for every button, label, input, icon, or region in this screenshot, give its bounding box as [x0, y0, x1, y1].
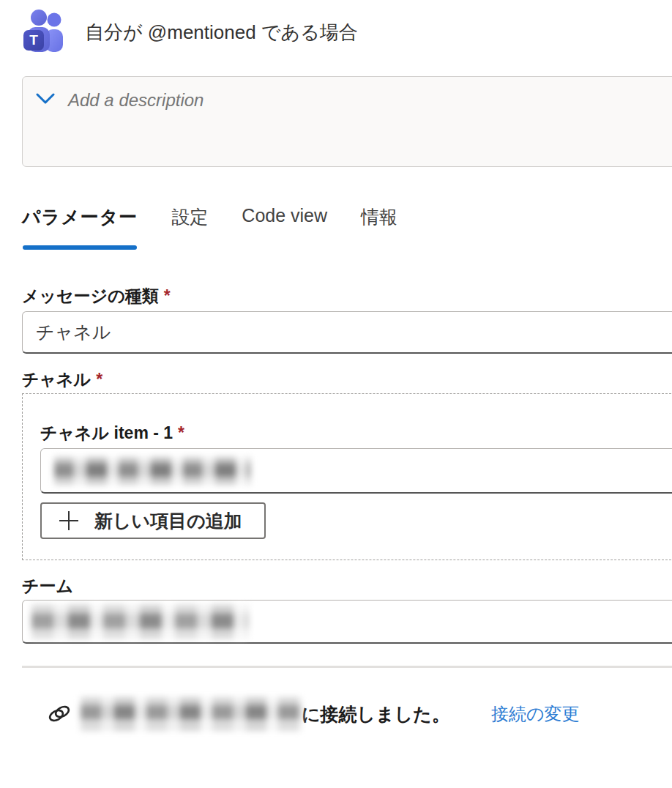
- team-input[interactable]: [22, 600, 672, 644]
- redacted-connection-name: [81, 697, 302, 731]
- teams-icon: T: [20, 8, 66, 56]
- required-asterisk: *: [96, 370, 102, 389]
- link-icon: [47, 702, 72, 726]
- required-asterisk: *: [164, 286, 171, 305]
- add-new-item-button[interactable]: 新しい項目の追加: [40, 502, 266, 539]
- connection-status: に接続しました。: [81, 697, 450, 731]
- team-label: チーム: [22, 576, 672, 595]
- tab-bar: パラメーター 設定 Code view 情報: [22, 205, 672, 250]
- redacted-team-value: [31, 605, 248, 639]
- message-type-input[interactable]: チャネル: [22, 311, 672, 354]
- page-title: 自分が @mentioned である場合: [85, 20, 358, 45]
- change-connection-link[interactable]: 接続の変更: [491, 702, 580, 726]
- trigger-card: T 自分が @mentioned である場合 Add a description…: [0, 0, 672, 788]
- channel-item-input[interactable]: [40, 448, 672, 494]
- message-type-label: メッセージの種類*: [22, 286, 672, 305]
- tab-code-view[interactable]: Code view: [242, 205, 327, 250]
- tab-settings[interactable]: 設定: [171, 205, 208, 250]
- message-type-value: チャネル: [36, 320, 111, 344]
- plus-icon: [58, 510, 80, 532]
- tab-about[interactable]: 情報: [361, 205, 397, 250]
- chevron-down-icon[interactable]: [36, 93, 55, 105]
- connection-status-suffix: に接続しました。: [302, 702, 450, 726]
- required-asterisk: *: [178, 423, 184, 442]
- header: T 自分が @mentioned である場合: [20, 7, 672, 57]
- svg-text:T: T: [29, 32, 38, 48]
- redacted-channel-value: [54, 457, 250, 485]
- description-box[interactable]: Add a description: [22, 76, 672, 167]
- channel-item-label: チャネル item - 1*: [40, 423, 672, 442]
- description-placeholder: Add a description: [68, 89, 204, 111]
- channel-label: チャネル*: [22, 370, 672, 389]
- connection-row: に接続しました。 接続の変更: [47, 697, 672, 731]
- channel-items-group: チャネル item - 1* 新しい項目の追加: [22, 393, 672, 560]
- add-new-item-label: 新しい項目の追加: [94, 509, 242, 533]
- section-divider: [22, 666, 672, 668]
- tab-parameters[interactable]: パラメーター: [22, 205, 138, 250]
